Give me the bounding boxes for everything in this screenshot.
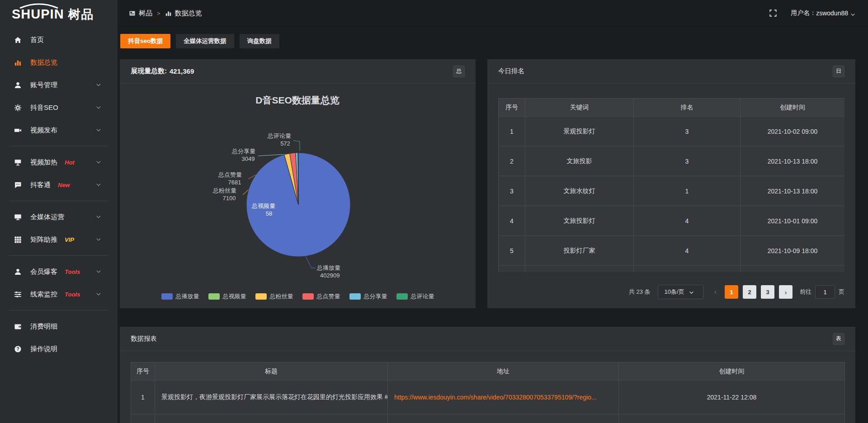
monitor-icon <box>14 213 22 221</box>
sidebar: SHUPIN 树品 首页数据总览账号管理抖音SEO视频发布视频加热Hot抖客通N… <box>0 0 118 423</box>
index-cell: 1 <box>131 381 155 414</box>
pie-label-name: 总评论量 <box>267 132 291 139</box>
total-badge-button[interactable]: 总 <box>453 66 465 77</box>
title-cell: 景观投影灯，夜游景观投影灯厂家展示展示落花灯在花园里的灯光投影应用效果 # <box>155 381 388 414</box>
pie-label-name: 总点赞量 <box>218 171 242 178</box>
chat-icon <box>14 181 22 189</box>
sidebar-item-matrix-boost[interactable]: 矩阵助推VIP <box>0 228 118 251</box>
tab-douyin-seo-data[interactable]: 抖音seo数据 <box>120 34 170 48</box>
table-cell: 投影灯厂家 <box>525 236 634 266</box>
day-badge-button[interactable]: 日 <box>833 66 844 77</box>
logo-arc-icon <box>18 3 60 9</box>
page-button-3[interactable]: 3 <box>761 285 774 299</box>
sidebar-item-media-operation[interactable]: 全媒体运营 <box>0 206 118 228</box>
sidebar-item-home[interactable]: 首页 <box>0 28 118 51</box>
table-cell: 2 <box>499 146 525 176</box>
sidebar-divider <box>9 255 108 256</box>
sidebar-item-member-baoke[interactable]: 会员爆客Tools <box>0 260 118 283</box>
breadcrumb-separator: > <box>157 10 160 17</box>
legend-item-总评论量[interactable]: 总评论量 <box>396 292 434 301</box>
chevron-down-icon <box>689 290 694 295</box>
sidebar-item-account-manage[interactable]: 账号管理 <box>0 74 118 96</box>
legend-item-总粉丝量[interactable]: 总粉丝量 <box>255 292 293 301</box>
page-button-1[interactable]: 1 <box>725 285 738 299</box>
sidebar-item-data-overview[interactable]: 数据总览 <box>0 51 118 74</box>
table-badge-button[interactable]: 表 <box>833 333 844 345</box>
chevron-down-icon <box>96 182 101 188</box>
impressions-total-value: 421,369 <box>170 67 194 75</box>
table-row-clipped <box>499 266 845 273</box>
legend-item-总分享量[interactable]: 总分享量 <box>349 292 387 301</box>
page-size-select[interactable]: 10条/页 <box>658 285 703 299</box>
legend-label: 总评论量 <box>411 292 434 301</box>
report-panel-title: 数据报表 <box>131 334 157 343</box>
video-publish-icon <box>14 127 22 134</box>
legend-swatch <box>161 293 173 300</box>
next-page-button[interactable]: › <box>779 285 793 299</box>
logo-text-en: SHUPIN <box>12 7 64 22</box>
sidebar-item-video-publish[interactable]: 视频发布 <box>0 119 118 141</box>
topbar: 树品 > 数据总览 用户名： zswodun88 <box>118 0 868 27</box>
table-row: 3文旅水纹灯12021-10-13 18:00 <box>499 176 845 206</box>
table-cell: 2021-10-02 09:00 <box>741 117 845 146</box>
sidebar-item-video-heat[interactable]: 视频加热Hot <box>0 151 118 174</box>
table-cell: 景观投影灯 <box>525 117 634 146</box>
table-cell: 1 <box>499 117 525 146</box>
sidebar-item-douketong[interactable]: 抖客通New <box>0 174 118 196</box>
table-row: 4文旅投影灯42021-10-01 09:00 <box>499 206 845 236</box>
chevron-down-icon <box>850 11 855 16</box>
grid-icon <box>14 236 22 244</box>
column-header: 创建时间 <box>741 99 845 117</box>
heat-icon <box>14 159 22 166</box>
sidebar-item-douyin-seo[interactable]: 抖音SEO <box>0 96 118 119</box>
fullscreen-icon[interactable] <box>769 9 777 17</box>
page-button-2[interactable]: 2 <box>743 285 756 299</box>
chevron-down-icon <box>96 127 101 133</box>
tab-media-operation-data[interactable]: 全媒体运营数据 <box>176 34 234 48</box>
bar-chart-icon <box>14 59 22 66</box>
legend-item-总播放量[interactable]: 总播放量 <box>161 292 199 301</box>
sidebar-item-badge: VIP <box>65 236 74 243</box>
table-cell: 2021-10-13 18:00 <box>741 146 845 176</box>
logo[interactable]: SHUPIN 树品 <box>0 0 118 28</box>
sidebar-item-clue-monitor[interactable]: 线索监控Tools <box>0 283 118 306</box>
chevron-down-icon <box>96 291 101 297</box>
home-icon <box>14 36 22 44</box>
sidebar-item-badge: New <box>58 182 70 188</box>
chevron-down-icon <box>96 160 101 165</box>
legend-swatch <box>302 293 314 300</box>
legend-item-总视频量[interactable]: 总视频量 <box>208 292 246 301</box>
report-link[interactable]: https://www.iesdouyin.com/share/video/70… <box>394 394 612 401</box>
sidebar-item-consume-detail[interactable]: 消费明细 <box>0 315 118 338</box>
table-row: 2文旅投影32021-10-13 18:00 <box>499 146 845 176</box>
legend-item-总点赞量[interactable]: 总点赞量 <box>302 292 340 301</box>
report-table: 序号标题地址创建时间1景观投影灯，夜游景观投影灯厂家展示展示落花灯在花园里的灯光… <box>131 362 845 423</box>
column-header: 序号 <box>499 99 525 117</box>
breadcrumb-root[interactable]: 树品 <box>139 9 152 18</box>
pie-label-name: 总粉丝量 <box>212 187 236 194</box>
user-menu[interactable]: 用户名： zswodun88 <box>791 9 855 17</box>
sidebar-item-label: 会员爆客 <box>30 268 57 276</box>
ranking-panel: 今日排名 日 序号关键词排名创建时间1景观投影灯32021-10-02 09:0… <box>487 59 855 308</box>
sidebar-divider <box>9 146 108 146</box>
app-root: SHUPIN 树品 首页数据总览账号管理抖音SEO视频发布视频加热Hot抖客通N… <box>0 0 868 423</box>
chart-title: D音SEO数据量总览 <box>255 95 340 105</box>
sidebar-item-label: 数据总览 <box>30 58 57 67</box>
column-header: 序号 <box>131 362 155 381</box>
sidebar-menu: 首页数据总览账号管理抖音SEO视频发布视频加热Hot抖客通New全媒体运营矩阵助… <box>0 28 118 360</box>
legend-label: 总分享量 <box>364 292 387 301</box>
sidebar-item-operation-guide[interactable]: ?操作说明 <box>0 338 118 360</box>
ranking-panel-title: 今日排名 <box>498 67 524 75</box>
created-cell: 2021-11-22 12:08 <box>619 381 845 414</box>
goto-page-input[interactable] <box>815 285 835 299</box>
prev-page-button[interactable]: ‹ <box>712 287 719 296</box>
chevron-down-icon <box>96 269 101 274</box>
sidebar-divider <box>9 310 108 310</box>
column-header: 地址 <box>388 362 619 381</box>
chart-legend: 总播放量总视频量总粉丝量总点赞量总分享量总评论量 <box>120 292 476 301</box>
sidebar-item-label: 全媒体运营 <box>30 213 64 221</box>
table-cell: 3 <box>634 117 741 146</box>
sidebar-item-label: 抖音SEO <box>30 103 58 112</box>
tab-inquiry-data[interactable]: 询盘数据 <box>240 34 279 48</box>
pie-label-name: 总视频量 <box>251 202 275 209</box>
